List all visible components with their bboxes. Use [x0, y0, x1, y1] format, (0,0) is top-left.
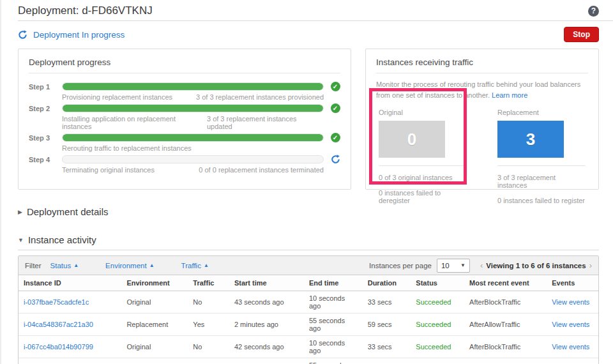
view-events-link[interactable]: View events: [552, 321, 589, 328]
table-row: i-037fbae75cadcfe1cOriginalNo43 seconds …: [19, 291, 598, 314]
caret-up-icon: ▲: [149, 262, 155, 268]
view-events-link[interactable]: View events: [552, 343, 589, 351]
environment-cell: Replacement: [121, 314, 188, 336]
step-label: Step 4: [29, 156, 56, 163]
status-cell: Succeeded: [411, 314, 464, 336]
progress-step: Step 2✓Installing application on replace…: [29, 103, 340, 130]
replacement-line1: 3 of 3 replacement instances: [497, 174, 586, 189]
traffic-cell: No: [188, 291, 229, 314]
panels-row: Deployment progress Step 1✓Provisioning …: [1, 47, 613, 190]
traffic-cell: No: [188, 336, 229, 358]
traffic-panel-title: Instances receiving traffic: [366, 49, 598, 73]
progress-bar: [62, 133, 324, 142]
col-status[interactable]: Status: [411, 275, 464, 291]
learn-more-link[interactable]: Learn more: [492, 91, 527, 99]
progress-bar: [62, 104, 324, 112]
table-row: i-04ca548367ac21a30ReplacementYes2 minut…: [19, 314, 598, 336]
col-duration[interactable]: Duration: [363, 275, 411, 291]
step-detail: 3 of 3 replacement instances provisioned: [196, 93, 324, 101]
event-cell: AfterBlockTraffic: [464, 291, 547, 314]
environment-cell: Replacement: [121, 358, 188, 364]
instance-id-link[interactable]: i-067cc4ba014b90799: [24, 343, 93, 351]
filter-label: Filter: [25, 262, 42, 269]
filter-bar: Filter Status ▲ Environment ▲ Traffic ▲ …: [19, 256, 598, 275]
col-instance-id[interactable]: Instance ID: [19, 275, 121, 291]
deployment-status: Deployment In progress: [18, 30, 125, 40]
caret-down-icon: ▼: [460, 262, 465, 268]
status-cell: Succeeded: [411, 336, 464, 358]
table-header-row: Instance ID Environment Traffic Start ti…: [19, 275, 598, 291]
start-time-cell: 43 seconds ago: [229, 291, 304, 314]
step-description: Terminating original instances: [62, 166, 155, 174]
per-page-select[interactable]: 10 ▼: [437, 259, 470, 273]
deployment-details-toggle[interactable]: ▶ Deployment details: [18, 206, 599, 217]
replacement-line2: 0 instances failed to register: [497, 197, 586, 204]
col-traffic[interactable]: Traffic: [188, 275, 229, 291]
duration-cell: 59 secs: [363, 358, 411, 364]
filter-traffic[interactable]: Traffic ▲: [181, 262, 209, 269]
event-cell: AfterAllowTraffic: [464, 358, 547, 364]
instance-activity-label: Instance activity: [28, 234, 96, 245]
prev-page-arrow[interactable]: ‹: [480, 261, 483, 270]
step-description: Provisioning replacement instances: [62, 93, 172, 101]
progress-panel-title: Deployment progress: [19, 49, 351, 73]
status-cell: Succeeded: [411, 291, 464, 314]
traffic-columns: Original 0 0 of 3 original instances 0 i…: [366, 103, 598, 204]
col-events[interactable]: Events: [547, 275, 598, 291]
environment-cell: Original: [121, 291, 188, 314]
table-row: i-0801658b236e36bbaReplacementYes2 minut…: [19, 358, 598, 364]
end-time-cell: 55 seconds ago: [304, 314, 363, 336]
instance-id-link[interactable]: i-04ca548367ac21a30: [24, 321, 93, 328]
col-end-time[interactable]: End time: [304, 275, 363, 291]
instance-id-link[interactable]: i-037fbae75cadcfe1c: [24, 298, 89, 306]
progress-steps: Step 1✓Provisioning replacement instance…: [19, 73, 351, 174]
help-icon[interactable]: ?: [588, 6, 599, 17]
stop-button[interactable]: Stop: [564, 27, 599, 42]
status-cell: Succeeded: [411, 358, 464, 364]
filter-status[interactable]: Status ▲: [50, 262, 79, 269]
instances-traffic-panel: Instances receiving traffic Monitor the …: [365, 49, 599, 190]
check-icon: ✓: [331, 103, 340, 113]
end-time-cell: 55 seconds ago: [304, 358, 363, 364]
per-page-value: 10: [441, 262, 450, 269]
instance-activity-toggle[interactable]: ▼ Instance activity: [18, 234, 599, 250]
progress-step: Step 4Terminating original instances0 of…: [29, 155, 340, 174]
replacement-label: Replacement: [497, 109, 586, 116]
replacement-column: Replacement 3 3 of 3 replacement instanc…: [497, 109, 586, 204]
duration-cell: 59 secs: [363, 314, 411, 336]
col-start-time[interactable]: Start time: [229, 275, 304, 291]
page-title: Deployment: d-FD66VTKNJ: [18, 4, 153, 17]
next-page-arrow[interactable]: ›: [589, 261, 592, 270]
duration-cell: 33 secs: [363, 291, 411, 314]
instance-activity-table: Filter Status ▲ Environment ▲ Traffic ▲ …: [18, 255, 599, 364]
refresh-icon: [331, 155, 340, 164]
step-label: Step 3: [29, 134, 56, 142]
pagination: ‹ Viewing 1 to 6 of 6 instances ›: [480, 261, 592, 270]
original-label: Original: [379, 109, 467, 116]
end-time-cell: 10 seconds ago: [304, 336, 363, 358]
paging-text: Viewing 1 to 6 of 6 instances: [486, 262, 586, 269]
col-most-recent-event[interactable]: Most recent event: [464, 275, 547, 291]
start-time-cell: 2 minutes ago: [229, 314, 304, 336]
filter-status-label: Status: [50, 262, 72, 269]
traffic-cell: Yes: [188, 314, 229, 336]
check-icon: ✓: [331, 82, 340, 91]
deployment-details-label: Deployment details: [27, 206, 109, 217]
traffic-divider: [379, 165, 467, 166]
view-events-link[interactable]: View events: [552, 298, 589, 306]
col-environment[interactable]: Environment: [121, 275, 188, 291]
event-cell: AfterBlockTraffic: [464, 336, 547, 358]
filter-traffic-label: Traffic: [181, 262, 201, 269]
end-time-cell: 10 seconds ago: [304, 291, 363, 314]
chevron-right-icon: ▶: [18, 209, 22, 215]
step-description: Rerouting traffic to replacement instanc…: [62, 144, 192, 152]
filter-environment[interactable]: Environment ▲: [105, 262, 154, 269]
refresh-icon[interactable]: [18, 30, 27, 40]
traffic-cell: Yes: [188, 358, 229, 364]
original-line1: 0 of 3 original instances: [379, 174, 467, 181]
replacement-count-box: 3: [497, 121, 564, 158]
progress-bar: [62, 82, 324, 91]
deployment-progress-panel: Deployment progress Step 1✓Provisioning …: [18, 49, 351, 190]
chevron-down-icon: ▼: [18, 237, 24, 243]
duration-cell: 33 secs: [363, 336, 411, 358]
